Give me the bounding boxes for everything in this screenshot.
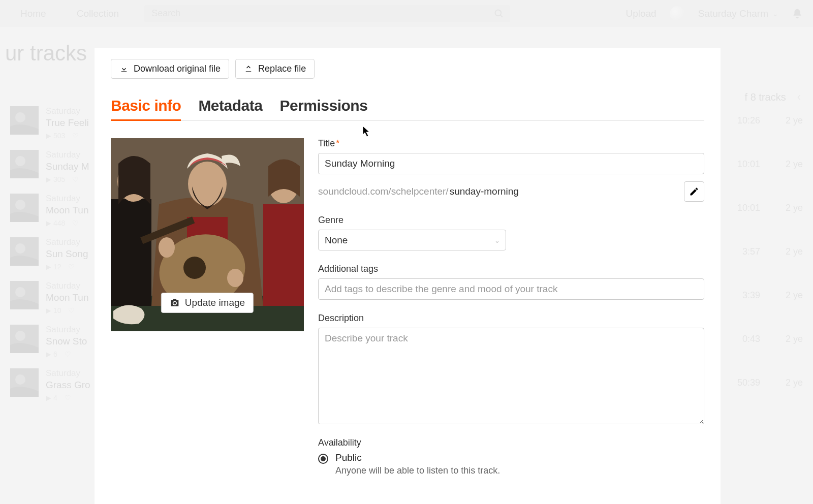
radio-public-text: Public Anyone will be able to listen to … [335, 452, 500, 476]
description-row: Description [318, 313, 704, 426]
track-meta: 10:012 ye [737, 194, 803, 213]
svg-point-5 [15, 156, 25, 166]
track-age: 2 ye [786, 290, 803, 301]
upload-link[interactable]: Upload [626, 8, 656, 19]
required-indicator: * [336, 138, 339, 148]
track-duration: 3:57 [742, 246, 760, 257]
track-age: 2 ye [786, 203, 803, 213]
track-duration: 10:01 [737, 203, 760, 213]
track-thumb [10, 281, 39, 309]
update-image-label: Update image [185, 297, 245, 308]
track-age: 2 ye [786, 334, 803, 344]
track-count-header: f 8 tracks ‹ [745, 90, 803, 104]
svg-point-0 [495, 10, 502, 16]
svg-rect-18 [111, 199, 151, 306]
genre-label: Genre [318, 215, 704, 226]
search-input[interactable] [144, 5, 510, 22]
tags-input[interactable] [318, 278, 704, 300]
username-text: Saturday Charm [698, 8, 768, 19]
tags-row: Additional tags [318, 264, 704, 300]
svg-point-15 [15, 374, 25, 385]
chevron-down-icon: ⌄ [772, 10, 778, 18]
download-original-label: Download original file [134, 64, 221, 74]
track-meta: 3:572 ye [742, 237, 803, 257]
availability-public-option[interactable]: Public Anyone will be able to listen to … [318, 452, 704, 476]
title-label: Title* [318, 138, 704, 149]
track-age: 2 ye [786, 377, 803, 388]
svg-point-3 [15, 112, 25, 122]
permalink-prefix: soundcloud.com/schelpcenter/ [318, 186, 449, 197]
nav-home[interactable]: Home [20, 8, 46, 19]
bell-icon[interactable] [792, 8, 803, 19]
user-menu[interactable]: Saturday Charm ⌄ [698, 8, 778, 19]
track-meta: 3:392 ye [742, 281, 803, 301]
edit-track-modal: Download original file Replace file Basi… [95, 48, 721, 504]
permalink-slug: sunday-morning [450, 186, 519, 197]
svg-point-7 [15, 200, 25, 210]
track-meta: 10:262 ye [737, 106, 803, 126]
play-count: ▶ 12 [46, 263, 61, 271]
genre-select[interactable]: None [318, 230, 506, 250]
tab-permissions[interactable]: Permissions [279, 97, 367, 120]
download-original-button[interactable]: Download original file [111, 59, 229, 79]
track-thumb [10, 237, 39, 266]
like-icon: ♡ [72, 132, 79, 140]
tags-label: Additional tags [318, 264, 704, 274]
like-icon: ♡ [65, 350, 71, 358]
pager-prev[interactable]: ‹ [795, 90, 803, 104]
track-thumb [10, 150, 39, 178]
edit-permalink-button[interactable] [684, 181, 704, 202]
svg-point-23 [188, 162, 227, 206]
search-icon [494, 9, 504, 19]
svg-point-25 [183, 257, 206, 279]
track-count-text: f 8 tracks [745, 91, 786, 103]
availability-row: Availability Public Anyone will be able … [318, 437, 704, 476]
nav-collection[interactable]: Collection [77, 8, 119, 19]
genre-select-wrap: None ⌄ [318, 230, 506, 250]
like-icon: ♡ [72, 219, 79, 227]
availability-label: Availability [318, 437, 704, 448]
search-wrap [144, 5, 510, 22]
play-count: ▶ 6 [46, 350, 57, 358]
description-textarea[interactable] [318, 328, 704, 424]
genre-row: Genre None ⌄ [318, 215, 704, 250]
file-actions: Download original file Replace file [111, 59, 704, 79]
replace-file-button[interactable]: Replace file [235, 59, 315, 79]
upload-icon [244, 65, 253, 74]
track-meta: 0:432 ye [742, 325, 803, 344]
track-duration: 0:43 [742, 334, 760, 344]
pencil-icon [689, 186, 699, 197]
tab-metadata[interactable]: Metadata [198, 97, 262, 120]
permalink-row: soundcloud.com/schelpcenter/ sunday-morn… [318, 181, 704, 202]
artwork-column: Update image [111, 138, 304, 476]
play-count: ▶ 4 [46, 394, 57, 402]
track-duration: 10:01 [737, 159, 760, 170]
tabs: Basic info Metadata Permissions [111, 97, 704, 121]
download-icon [119, 65, 129, 74]
tab-basic-info[interactable]: Basic info [111, 97, 181, 121]
svg-point-27 [159, 237, 175, 258]
track-duration: 3:39 [742, 290, 760, 301]
track-meta: 10:012 ye [737, 150, 803, 170]
radio-public-desc: Anyone will be able to listen to this tr… [335, 465, 500, 476]
track-thumb [10, 106, 39, 135]
camera-icon [170, 298, 180, 308]
like-icon: ♡ [68, 263, 75, 271]
like-icon: ♡ [65, 394, 71, 402]
title-input[interactable] [318, 153, 704, 174]
svg-point-28 [227, 269, 243, 287]
radio-public-label: Public [335, 452, 500, 463]
track-meta: 50:392 ye [737, 368, 803, 388]
avatar[interactable] [670, 6, 685, 21]
fields-column: Title* soundcloud.com/schelpcenter/ sund… [318, 138, 704, 476]
track-age: 2 ye [786, 159, 803, 170]
track-age: 2 ye [786, 115, 803, 126]
update-image-button[interactable]: Update image [161, 293, 254, 313]
form-body: Update image Title* soundcloud.com/schel… [111, 138, 704, 476]
svg-point-11 [15, 287, 25, 297]
track-age: 2 ye [786, 246, 803, 257]
radio-public[interactable] [318, 454, 328, 464]
play-count: ▶ 503 [46, 132, 65, 140]
like-icon: ♡ [72, 175, 79, 183]
play-count: ▶ 305 [46, 175, 65, 183]
